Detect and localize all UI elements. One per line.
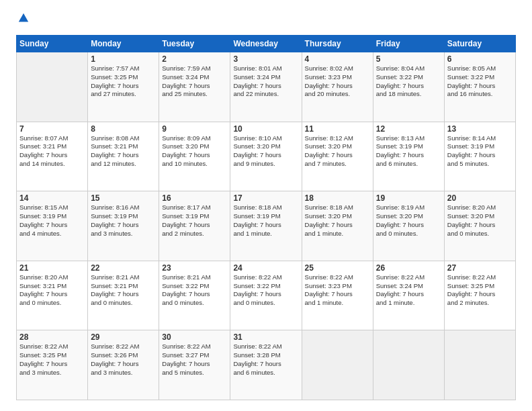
table-row: 25Sunrise: 8:22 AMSunset: 3:23 PMDayligh…: [302, 261, 373, 330]
day-info: Sunrise: 8:10 AMSunset: 3:20 PMDaylight:…: [233, 134, 298, 169]
table-row: 11Sunrise: 8:12 AMSunset: 3:20 PMDayligh…: [302, 122, 373, 191]
col-tuesday: Tuesday: [159, 36, 230, 52]
table-row: 17Sunrise: 8:18 AMSunset: 3:19 PMDayligh…: [230, 191, 302, 261]
day-info: Sunrise: 8:22 AMSunset: 3:27 PMDaylight:…: [162, 342, 227, 377]
calendar-week-row: 1Sunrise: 7:57 AMSunset: 3:25 PMDaylight…: [17, 52, 516, 122]
table-row: 26Sunrise: 8:22 AMSunset: 3:24 PMDayligh…: [373, 261, 444, 330]
table-row: 12Sunrise: 8:13 AMSunset: 3:19 PMDayligh…: [373, 122, 444, 191]
day-number: 13: [447, 124, 513, 134]
calendar-week-row: 7Sunrise: 8:07 AMSunset: 3:21 PMDaylight…: [17, 122, 516, 191]
table-row: 4Sunrise: 8:02 AMSunset: 3:23 PMDaylight…: [302, 52, 373, 122]
table-row: 30Sunrise: 8:22 AMSunset: 3:27 PMDayligh…: [159, 330, 230, 400]
day-info: Sunrise: 8:07 AMSunset: 3:21 PMDaylight:…: [19, 134, 85, 169]
day-info: Sunrise: 8:22 AMSunset: 3:24 PMDaylight:…: [376, 273, 441, 308]
table-row: 16Sunrise: 8:17 AMSunset: 3:19 PMDayligh…: [159, 191, 230, 261]
table-row: [302, 330, 373, 400]
day-number: 7: [19, 124, 85, 134]
day-number: 23: [162, 263, 227, 273]
table-row: 24Sunrise: 8:22 AMSunset: 3:22 PMDayligh…: [230, 261, 302, 330]
day-info: Sunrise: 8:20 AMSunset: 3:21 PMDaylight:…: [19, 273, 85, 308]
table-row: [373, 330, 444, 400]
logo-icon: [17, 12, 30, 24]
day-info: Sunrise: 8:22 AMSunset: 3:28 PMDaylight:…: [233, 342, 298, 377]
day-number: 9: [162, 124, 227, 134]
calendar-week-row: 28Sunrise: 8:22 AMSunset: 3:25 PMDayligh…: [17, 330, 516, 400]
day-info: Sunrise: 8:15 AMSunset: 3:19 PMDaylight:…: [19, 203, 85, 238]
day-number: 20: [447, 193, 513, 203]
header: [16, 13, 516, 27]
logo: [16, 13, 30, 27]
day-number: 16: [162, 193, 227, 203]
table-row: 31Sunrise: 8:22 AMSunset: 3:28 PMDayligh…: [230, 330, 302, 400]
table-row: 19Sunrise: 8:19 AMSunset: 3:20 PMDayligh…: [373, 191, 444, 261]
day-info: Sunrise: 7:59 AMSunset: 3:24 PMDaylight:…: [162, 64, 227, 99]
day-number: 10: [233, 124, 298, 134]
table-row: 22Sunrise: 8:21 AMSunset: 3:21 PMDayligh…: [88, 261, 159, 330]
day-info: Sunrise: 8:22 AMSunset: 3:23 PMDaylight:…: [305, 273, 370, 308]
day-number: 4: [305, 54, 370, 64]
table-row: 14Sunrise: 8:15 AMSunset: 3:19 PMDayligh…: [17, 191, 88, 261]
day-number: 18: [305, 193, 370, 203]
day-info: Sunrise: 8:12 AMSunset: 3:20 PMDaylight:…: [305, 134, 370, 169]
day-number: 12: [376, 124, 441, 134]
table-row: 7Sunrise: 8:07 AMSunset: 3:21 PMDaylight…: [17, 122, 88, 191]
table-row: 13Sunrise: 8:14 AMSunset: 3:19 PMDayligh…: [444, 122, 515, 191]
day-info: Sunrise: 8:20 AMSunset: 3:20 PMDaylight:…: [447, 203, 513, 238]
day-info: Sunrise: 8:21 AMSunset: 3:21 PMDaylight:…: [91, 273, 156, 308]
table-row: 21Sunrise: 8:20 AMSunset: 3:21 PMDayligh…: [17, 261, 88, 330]
table-row: [17, 52, 88, 122]
day-number: 11: [305, 124, 370, 134]
col-saturday: Saturday: [444, 36, 515, 52]
day-info: Sunrise: 8:18 AMSunset: 3:19 PMDaylight:…: [233, 203, 298, 238]
table-row: 10Sunrise: 8:10 AMSunset: 3:20 PMDayligh…: [230, 122, 302, 191]
table-row: 8Sunrise: 8:08 AMSunset: 3:21 PMDaylight…: [88, 122, 159, 191]
day-number: 19: [376, 193, 441, 203]
table-row: 18Sunrise: 8:18 AMSunset: 3:20 PMDayligh…: [302, 191, 373, 261]
day-info: Sunrise: 8:13 AMSunset: 3:19 PMDaylight:…: [376, 134, 441, 169]
day-number: 27: [447, 263, 513, 273]
day-number: 31: [233, 332, 298, 342]
day-number: 5: [376, 54, 441, 64]
day-info: Sunrise: 8:14 AMSunset: 3:19 PMDaylight:…: [447, 134, 513, 169]
day-info: Sunrise: 8:22 AMSunset: 3:22 PMDaylight:…: [233, 273, 298, 308]
calendar-week-row: 21Sunrise: 8:20 AMSunset: 3:21 PMDayligh…: [17, 261, 516, 330]
day-number: 29: [91, 332, 156, 342]
day-number: 2: [162, 54, 227, 64]
day-info: Sunrise: 8:04 AMSunset: 3:22 PMDaylight:…: [376, 64, 441, 99]
table-row: 27Sunrise: 8:22 AMSunset: 3:25 PMDayligh…: [444, 261, 515, 330]
table-row: [444, 330, 515, 400]
day-info: Sunrise: 8:16 AMSunset: 3:19 PMDaylight:…: [91, 203, 156, 238]
day-number: 8: [91, 124, 156, 134]
table-row: 23Sunrise: 8:21 AMSunset: 3:22 PMDayligh…: [159, 261, 230, 330]
table-row: 3Sunrise: 8:01 AMSunset: 3:24 PMDaylight…: [230, 52, 302, 122]
col-sunday: Sunday: [17, 36, 88, 52]
day-number: 28: [19, 332, 85, 342]
table-row: 6Sunrise: 8:05 AMSunset: 3:22 PMDaylight…: [444, 52, 515, 122]
day-info: Sunrise: 8:22 AMSunset: 3:25 PMDaylight:…: [447, 273, 513, 308]
col-wednesday: Wednesday: [230, 36, 302, 52]
day-info: Sunrise: 7:57 AMSunset: 3:25 PMDaylight:…: [91, 64, 156, 99]
day-number: 24: [233, 263, 298, 273]
day-info: Sunrise: 8:19 AMSunset: 3:20 PMDaylight:…: [376, 203, 441, 238]
table-row: 2Sunrise: 7:59 AMSunset: 3:24 PMDaylight…: [159, 52, 230, 122]
day-info: Sunrise: 8:02 AMSunset: 3:23 PMDaylight:…: [305, 64, 370, 99]
day-info: Sunrise: 8:18 AMSunset: 3:20 PMDaylight:…: [305, 203, 370, 238]
day-number: 22: [91, 263, 156, 273]
table-row: 1Sunrise: 7:57 AMSunset: 3:25 PMDaylight…: [88, 52, 159, 122]
day-info: Sunrise: 8:09 AMSunset: 3:20 PMDaylight:…: [162, 134, 227, 169]
day-number: 3: [233, 54, 298, 64]
day-info: Sunrise: 8:21 AMSunset: 3:22 PMDaylight:…: [162, 273, 227, 308]
table-row: 20Sunrise: 8:20 AMSunset: 3:20 PMDayligh…: [444, 191, 515, 261]
day-info: Sunrise: 8:17 AMSunset: 3:19 PMDaylight:…: [162, 203, 227, 238]
day-number: 30: [162, 332, 227, 342]
day-number: 15: [91, 193, 156, 203]
day-number: 26: [376, 263, 441, 273]
day-info: Sunrise: 8:22 AMSunset: 3:26 PMDaylight:…: [91, 342, 156, 377]
day-info: Sunrise: 8:05 AMSunset: 3:22 PMDaylight:…: [447, 64, 513, 99]
table-row: 28Sunrise: 8:22 AMSunset: 3:25 PMDayligh…: [17, 330, 88, 400]
day-info: Sunrise: 8:01 AMSunset: 3:24 PMDaylight:…: [233, 64, 298, 99]
table-row: 9Sunrise: 8:09 AMSunset: 3:20 PMDaylight…: [159, 122, 230, 191]
table-row: 5Sunrise: 8:04 AMSunset: 3:22 PMDaylight…: [373, 52, 444, 122]
calendar-header-row: Sunday Monday Tuesday Wednesday Thursday…: [17, 36, 516, 52]
day-number: 25: [305, 263, 370, 273]
